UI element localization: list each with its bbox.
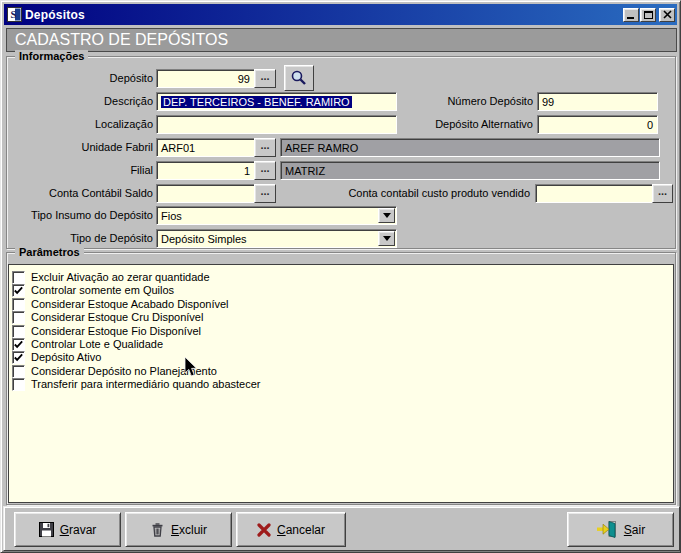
param-row: Excluir Ativação ao zerar quantidade — [12, 271, 210, 284]
action-bar: Gravar Excluir Cancelar Sair — [3, 506, 680, 551]
gravar-button[interactable]: Gravar — [14, 512, 121, 547]
app-icon: S — [7, 7, 22, 22]
title-bar[interactable]: S Depósitos — [4, 4, 677, 25]
tipo-insumo-select[interactable]: Fios — [156, 206, 397, 225]
numero-deposito-label: Número Depósito — [307, 92, 533, 111]
chevron-down-icon — [383, 213, 391, 218]
cancelar-button[interactable]: Cancelar — [236, 512, 346, 547]
checkbox-label[interactable]: Controlar somente em Quilos — [31, 284, 174, 297]
group-parametros-label: Parâmetros — [15, 246, 84, 258]
excluir-label: Excluir — [171, 523, 207, 537]
tipo-insumo-label: Tipo Insumo do Depósito — [12, 206, 153, 225]
deposito-label: Depósito — [12, 69, 153, 88]
sair-button[interactable]: Sair — [567, 512, 674, 547]
unidade-fabril-display: AREF RAMRO — [280, 138, 660, 157]
checkbox-label[interactable]: Considerar Depósito no Planejamento — [31, 365, 217, 378]
descricao-label: Descrição — [12, 92, 153, 111]
conta-contabil-saldo-browse-button[interactable]: ... — [254, 184, 276, 203]
checkbox-unchecked[interactable] — [12, 271, 25, 284]
deposito-input[interactable]: 99 — [156, 69, 255, 88]
unidade-fabril-browse-button[interactable]: ... — [254, 138, 276, 157]
chevron-down-icon — [383, 236, 391, 241]
conta-contabil-saldo-label: Conta Contábil Saldo — [12, 184, 153, 203]
filial-browse-button[interactable]: ... — [254, 161, 276, 180]
checkbox-unchecked[interactable] — [12, 365, 25, 378]
exit-door-icon — [596, 521, 618, 538]
checkbox-label[interactable]: Considerar Estoque Cru Disponível — [31, 311, 203, 324]
window-controls — [623, 8, 675, 22]
maximize-icon — [644, 11, 653, 19]
checkbox-unchecked[interactable] — [12, 325, 25, 338]
checkbox-list: Excluir Ativação ao zerar quantidadeCont… — [8, 264, 674, 503]
param-row: Considerar Depósito no Planejamento — [12, 365, 217, 378]
checkbox-unchecked[interactable] — [12, 298, 25, 311]
cancelar-label: Cancelar — [277, 523, 325, 537]
cancel-x-icon — [257, 523, 271, 537]
tipo-deposito-dropdown-button[interactable] — [378, 231, 395, 246]
checkbox-checked[interactable] — [12, 351, 25, 364]
checkbox-unchecked[interactable] — [12, 378, 25, 391]
excluir-button[interactable]: Excluir — [125, 512, 232, 547]
param-row: Considerar Estoque Fio Disponível — [12, 325, 201, 338]
checkbox-label[interactable]: Depósito Ativo — [31, 351, 101, 364]
checkbox-label[interactable]: Transferir para intermediário quando aba… — [31, 378, 261, 391]
save-icon — [39, 522, 54, 537]
numero-deposito-input[interactable]: 99 — [537, 92, 658, 111]
localizacao-label: Localização — [12, 115, 153, 134]
minimize-icon — [627, 17, 634, 19]
trash-icon — [150, 522, 165, 537]
checkbox-checked[interactable] — [12, 338, 25, 351]
group-informacoes-label: Informações — [15, 50, 88, 62]
conta-custo-input[interactable] — [535, 184, 653, 203]
conta-custo-browse-button[interactable]: ... — [652, 184, 673, 203]
checkbox-label[interactable]: Considerar Estoque Acabado Disponível — [31, 298, 229, 311]
param-row: Transferir para intermediário quando aba… — [12, 378, 261, 391]
window-title: Depósitos — [25, 8, 85, 22]
filial-label: Filial — [12, 161, 153, 180]
param-row: Controlar somente em Quilos — [12, 284, 174, 297]
gravar-label: Gravar — [60, 523, 97, 537]
unidade-fabril-label: Unidade Fabril — [12, 138, 153, 157]
param-row: Controlar Lote e Qualidade — [12, 338, 163, 351]
param-row: Depósito Ativo — [12, 351, 101, 364]
check-icon — [13, 285, 24, 296]
deposito-alternativo-input[interactable]: 0 — [537, 115, 658, 134]
conta-custo-label: Conta contabil custo produto vendido — [302, 184, 530, 203]
unidade-fabril-input[interactable]: ARF01 — [156, 138, 255, 157]
tipo-insumo-value: Fios — [161, 210, 182, 222]
search-button[interactable] — [284, 65, 314, 91]
check-icon — [13, 339, 24, 350]
deposits-window: S Depósitos CADASTRO DE DEPÓSITOS Inform… — [0, 0, 681, 553]
deposito-browse-button[interactable]: ... — [254, 69, 276, 88]
page-title: CADASTRO DE DEPÓSITOS — [6, 28, 677, 52]
param-row: Considerar Estoque Cru Disponível — [12, 311, 203, 324]
filial-input[interactable]: 1 — [156, 161, 255, 180]
checkbox-label[interactable]: Considerar Estoque Fio Disponível — [31, 325, 201, 338]
close-icon — [663, 10, 672, 19]
checkbox-label[interactable]: Controlar Lote e Qualidade — [31, 338, 163, 351]
tipo-deposito-select[interactable]: Depósito Simples — [156, 229, 397, 248]
tipo-insumo-dropdown-button[interactable] — [378, 208, 395, 223]
checkbox-checked[interactable] — [12, 284, 25, 297]
group-informacoes: Informações Depósito 99 ... Descrição DE… — [6, 56, 676, 249]
close-button[interactable] — [659, 8, 675, 22]
maximize-button[interactable] — [640, 8, 656, 22]
check-icon — [13, 352, 24, 363]
deposito-alternativo-label: Depósito Alternativo — [307, 115, 533, 134]
svg-text:S: S — [11, 8, 17, 20]
param-row: Considerar Estoque Acabado Disponível — [12, 298, 229, 311]
checkbox-label[interactable]: Excluir Ativação ao zerar quantidade — [31, 271, 210, 284]
filial-display: MATRIZ — [280, 161, 660, 180]
search-icon — [290, 69, 308, 87]
minimize-button[interactable] — [623, 8, 639, 22]
conta-contabil-saldo-input[interactable] — [156, 184, 255, 203]
sair-label: Sair — [624, 523, 645, 537]
group-parametros: Parâmetros Excluir Ativação ao zerar qua… — [6, 252, 676, 505]
checkbox-unchecked[interactable] — [12, 311, 25, 324]
tipo-deposito-value: Depósito Simples — [161, 233, 247, 245]
